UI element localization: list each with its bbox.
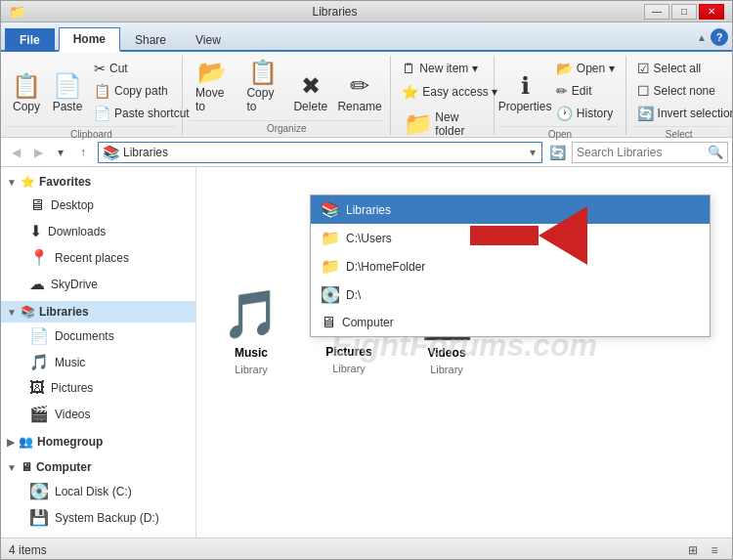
copy-to-icon: 📋 xyxy=(248,61,278,84)
new-item-button[interactable]: 🗒 New item ▾ xyxy=(397,58,482,79)
sidebar-computer-header[interactable]: ▼ 🖥 Computer xyxy=(1,456,195,478)
sidebar-homegroup-header[interactable]: ▶ 👥 Homegroup xyxy=(1,431,195,452)
favorites-icon: ⭐ xyxy=(21,175,35,189)
dropdown-item-computer[interactable]: 🖥 Computer xyxy=(311,309,710,336)
sidebar-item-documents[interactable]: 📄 Documents xyxy=(21,323,195,349)
sidebar-item-videos[interactable]: 🎬 Videos xyxy=(21,401,195,427)
ribbon: 📋 Copy 📄 Paste ✂ Cut 📋 Copy path 📄 Past xyxy=(1,52,732,138)
help-button[interactable]: ? xyxy=(711,28,728,46)
sidebar-favorites-header[interactable]: ▼ ⭐ Favorites xyxy=(1,171,195,193)
ribbon-group-open: ℹ Properties 📂 Open ▾ ✏ Edit 🕐 History O… xyxy=(495,56,625,135)
new-folder-button[interactable]: 📁 New folder xyxy=(397,105,488,144)
recent-button[interactable]: ▾ xyxy=(50,142,71,163)
open-icon: 📂 xyxy=(556,61,573,76)
select-all-icon: ☑ xyxy=(637,61,650,76)
sidebar-item-pictures[interactable]: 🖼 Pictures xyxy=(21,375,195,401)
search-icon: 🔍 xyxy=(708,145,723,159)
pictures-icon: 🖼 xyxy=(29,379,45,397)
paste-icon: 📄 xyxy=(53,74,82,98)
address-location-icon: 📚 xyxy=(103,145,119,160)
copy-path-button[interactable]: 📋 Copy path xyxy=(89,80,194,102)
window-title: Libraries xyxy=(25,5,644,19)
properties-button[interactable]: ℹ Properties xyxy=(500,58,549,118)
skydrive-icon: ☁ xyxy=(29,275,45,293)
address-box[interactable]: 📚 Libraries ▾ xyxy=(98,142,542,163)
sidebar-item-local-disk[interactable]: 💽 Local Disk (C:) xyxy=(21,478,195,504)
tab-share[interactable]: Share xyxy=(120,28,181,52)
easy-access-button[interactable]: ⭐ Easy access ▾ xyxy=(397,81,502,103)
delete-icon: ✖ xyxy=(301,74,321,98)
libraries-expand-icon: ▼ xyxy=(7,307,17,318)
ribbon-group-select: ☑ Select all ☐ Select none 🔄 Invert sele… xyxy=(626,56,732,135)
status-item-count: 4 items xyxy=(9,543,47,557)
delete-button[interactable]: ✖ Delete xyxy=(290,58,331,118)
libraries-icon: 📚 xyxy=(21,305,35,319)
computer-icon: 🖥 xyxy=(21,460,32,474)
details-view-button[interactable]: ≡ xyxy=(705,541,724,559)
main-area: ▼ ⭐ Favorites 🖥 Desktop ⬇ Downloads 📍 Re… xyxy=(1,167,732,538)
up-button[interactable]: ↑ xyxy=(72,142,94,163)
sidebar-section-network: ▶ 🌐 Network xyxy=(1,535,195,538)
sidebar-section-homegroup: ▶ 👥 Homegroup xyxy=(1,431,195,452)
sidebar-item-system-backup[interactable]: 💾 System Backup (D:) xyxy=(21,504,195,531)
ribbon-collapse-button[interactable]: ▲ xyxy=(697,32,707,43)
library-item-music[interactable]: 🎵 Music Library xyxy=(212,280,290,382)
maximize-button[interactable]: □ xyxy=(671,4,697,20)
ribbon-group-organize: 📂 Move to 📋 Copy to ✖ Delete ✏ Rename Or… xyxy=(183,56,391,135)
paste-shortcut-button[interactable]: 📄 Paste shortcut xyxy=(89,103,194,124)
tab-home[interactable]: Home xyxy=(59,27,120,52)
title-bar-icon: 📁 xyxy=(9,4,25,20)
ribbon-tabs: File Home Share View ▲ ? xyxy=(1,22,732,52)
address-bar-area: ◀ ▶ ▾ ↑ 📚 Libraries ▾ 🔄 🔍 xyxy=(1,138,732,167)
music-library-icon: 🎵 xyxy=(222,287,280,342)
search-input[interactable] xyxy=(577,146,708,159)
paste-shortcut-icon: 📄 xyxy=(94,106,110,121)
sidebar-item-downloads[interactable]: ⬇ Downloads xyxy=(21,218,195,244)
music-icon: 🎵 xyxy=(29,353,49,371)
edit-button[interactable]: ✏ Edit xyxy=(551,80,620,102)
copy-button[interactable]: 📋 Copy xyxy=(7,58,46,118)
rename-icon: ✏ xyxy=(350,74,369,98)
history-button[interactable]: 🕐 History xyxy=(551,103,620,124)
back-button[interactable]: ◀ xyxy=(5,142,26,163)
sidebar-section-computer: ▼ 🖥 Computer 💽 Local Disk (C:) 💾 System … xyxy=(1,456,195,531)
properties-icon: ℹ xyxy=(521,74,530,98)
sidebar-item-recent[interactable]: 📍 Recent places xyxy=(21,244,195,271)
sidebar: ▼ ⭐ Favorites 🖥 Desktop ⬇ Downloads 📍 Re… xyxy=(1,167,196,538)
sidebar-item-skydrive[interactable]: ☁ SkyDrive xyxy=(21,271,195,297)
search-box[interactable]: 🔍 xyxy=(572,142,728,163)
dropdown-libraries-icon: 📚 xyxy=(321,200,340,219)
move-to-button[interactable]: 📂 Move to xyxy=(189,58,236,118)
sidebar-section-libraries: ▼ 📚 Libraries 📄 Documents 🎵 Music 🖼 Pict… xyxy=(1,301,195,427)
invert-selection-button[interactable]: 🔄 Invert selection xyxy=(632,103,733,124)
address-text: Libraries xyxy=(123,146,528,159)
minimize-button[interactable]: — xyxy=(644,4,669,20)
ribbon-group-new: 🗒 New item ▾ ⭐ Easy access ▾ 📁 New folde… xyxy=(391,56,495,135)
homegroup-icon: 👥 xyxy=(19,435,33,449)
select-none-button[interactable]: ☐ Select none xyxy=(632,80,733,102)
sidebar-item-music[interactable]: 🎵 Music xyxy=(21,349,195,375)
paste-button[interactable]: 📄 Paste xyxy=(48,58,87,118)
content-area: 📚 Libraries 📁 C:\Users 📁 D:\HomeFolder 💽… xyxy=(196,167,732,538)
select-all-button[interactable]: ☑ Select all xyxy=(632,58,733,79)
address-dropdown-button[interactable]: ▾ xyxy=(528,146,538,159)
recent-places-icon: 📍 xyxy=(29,248,49,267)
sidebar-libraries-header[interactable]: ▼ 📚 Libraries xyxy=(1,301,195,323)
sidebar-item-desktop[interactable]: 🖥 Desktop xyxy=(21,193,195,218)
forward-button[interactable]: ▶ xyxy=(27,142,49,163)
copy-to-button[interactable]: 📋 Copy to xyxy=(239,58,285,118)
history-icon: 🕐 xyxy=(556,106,573,121)
close-button[interactable]: ✕ xyxy=(699,4,724,20)
refresh-button[interactable]: 🔄 xyxy=(546,142,568,163)
rename-button[interactable]: ✏ Rename xyxy=(335,58,385,118)
window-controls: — □ ✕ xyxy=(644,4,724,20)
copy-path-icon: 📋 xyxy=(94,83,110,99)
large-icons-view-button[interactable]: ⊞ xyxy=(683,541,703,559)
tab-file[interactable]: File xyxy=(5,28,55,52)
tab-view[interactable]: View xyxy=(181,28,236,52)
downloads-icon: ⬇ xyxy=(29,222,42,240)
dropdown-item-d[interactable]: 💽 D:\ xyxy=(311,280,710,309)
sidebar-network-header[interactable]: ▶ 🌐 Network xyxy=(1,535,195,538)
open-button[interactable]: 📂 Open ▾ xyxy=(551,58,620,79)
cut-button[interactable]: ✂ Cut xyxy=(89,58,194,79)
